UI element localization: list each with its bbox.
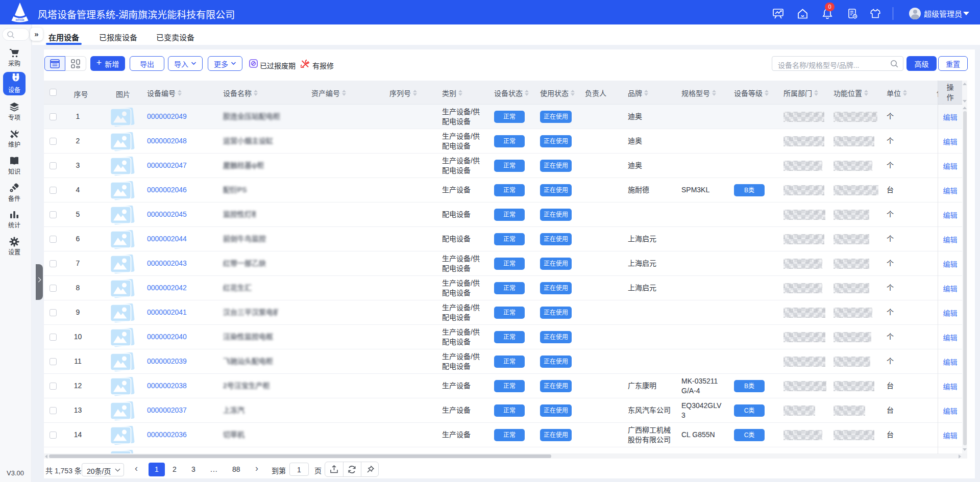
svg-text:winda: winda <box>16 18 24 21</box>
